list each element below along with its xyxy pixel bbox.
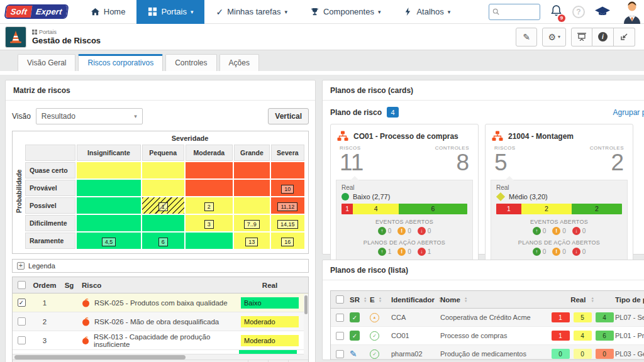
matrix-cell[interactable]: [142, 162, 184, 178]
matrix-cell[interactable]: [234, 197, 270, 214]
col-header-real[interactable]: Real▲▼: [550, 296, 615, 304]
row-checkbox[interactable]: [336, 350, 344, 358]
row-checkbox[interactable]: [336, 314, 344, 322]
table-row[interactable]: 2 RSK-026 - Mão de obra desqualificada M…: [13, 312, 308, 331]
table-row[interactable]: ✎ pharma02 Produção de medicamentos 0 0 …: [331, 345, 644, 359]
nav-home[interactable]: Home: [79, 0, 137, 24]
tab-riscos-corporativos[interactable]: Riscos corporativos: [78, 54, 163, 71]
vertical-button[interactable]: Vertical: [268, 108, 309, 124]
matrix-cell[interactable]: [186, 233, 233, 249]
tab-controles[interactable]: Controles: [165, 54, 216, 71]
cell-nome[interactable]: Produção de medicamentos: [440, 350, 550, 358]
matrix-cell-badge[interactable]: 4,5: [102, 238, 116, 246]
select-all-checkbox[interactable]: [336, 295, 344, 304]
matrix-cell-badge[interactable]: 10: [281, 185, 294, 194]
view-select[interactable]: Resultado ▾: [36, 108, 143, 124]
risk-name[interactable]: RSK-025 - Produtos com baixa qualidade: [94, 299, 228, 307]
row-checkbox[interactable]: [336, 332, 344, 340]
row-checkbox[interactable]: ✓: [18, 299, 26, 307]
breadcrumb[interactable]: Portais: [32, 29, 101, 35]
matrix-cell[interactable]: [142, 180, 184, 196]
notifications-button[interactable]: 9: [550, 4, 562, 19]
presentation-button[interactable]: [571, 28, 592, 47]
matrix-cell[interactable]: 4,5: [77, 233, 141, 249]
matrix-cell-badge[interactable]: 11,12: [277, 202, 297, 211]
matrix-cell-badge[interactable]: 2: [204, 202, 214, 211]
legend-toggle[interactable]: + Legenda: [12, 259, 309, 273]
matrix-cell[interactable]: 7..9: [234, 215, 270, 231]
help-button[interactable]: ?: [572, 6, 585, 18]
cell-identificador[interactable]: CO01: [391, 332, 440, 339]
matrix-cell-badge[interactable]: 1: [158, 202, 168, 211]
matrix-cell[interactable]: [77, 180, 141, 196]
col-header-real[interactable]: Real: [236, 282, 303, 289]
risk-plan-card[interactable]: CO01 - Processo de compras RISCOS11 CONT…: [330, 124, 479, 266]
edit-portal-button[interactable]: ✎: [516, 28, 537, 47]
expand-plus-icon[interactable]: +: [17, 262, 25, 270]
table-row[interactable]: ✓ CCA Cooperativa de Crédito Acme 1 5 4 …: [331, 309, 644, 327]
col-header-sg[interactable]: Sg: [59, 282, 79, 289]
risk-name[interactable]: RSK-013 - Capacidade de produção insufic…: [94, 333, 236, 348]
matrix-cell-badge[interactable]: 6: [158, 238, 168, 246]
matrix-cell-badge[interactable]: 14,15: [277, 220, 298, 229]
table-row[interactable]: ✓ 1 RSK-025 - Produtos com baixa qualida…: [13, 293, 308, 312]
matrix-cell[interactable]: 3: [186, 215, 233, 231]
table-row[interactable]: ✓ CO01 Processo de compras 1 4 6 PL01 - …: [331, 327, 644, 345]
scrollbar-thumb[interactable]: [14, 355, 186, 359]
horizontal-scrollbar[interactable]: [331, 359, 644, 360]
scrollbar-thumb[interactable]: [304, 295, 308, 314]
matrix-cell[interactable]: 14,15: [271, 215, 304, 231]
col-header-tipo[interactable]: Tipo de plan: [615, 296, 644, 304]
matrix-cell[interactable]: 6: [142, 233, 184, 249]
user-avatar[interactable]: [620, 0, 644, 24]
softexpert-logo[interactable]: Soft Expert: [4, 4, 69, 19]
cell-identificador[interactable]: pharma02: [391, 350, 440, 358]
risk-plan-card[interactable]: 21004 - Montagem RISCOS5 CONTROLES2 Real…: [485, 124, 633, 266]
cell-nome[interactable]: Processo de compras: [440, 332, 550, 339]
global-search[interactable]: [489, 4, 540, 20]
col-header-identificador[interactable]: Identificador▲▼: [391, 296, 440, 304]
matrix-cell[interactable]: 11,12: [271, 197, 304, 214]
nav-minhas-tarefas[interactable]: ✓ Minhas tarefas ▾: [204, 0, 299, 24]
col-header-nome[interactable]: Nome▲▼: [440, 296, 550, 304]
matrix-cell[interactable]: [77, 197, 141, 214]
nav-portais[interactable]: Portais ▾: [136, 0, 204, 24]
training-cap-icon[interactable]: [595, 6, 610, 17]
info-button[interactable]: i: [592, 28, 614, 47]
table-row[interactable]: 3 RSK-013 - Capacidade de produção insuf…: [13, 331, 308, 350]
matrix-cell-badge[interactable]: 16: [281, 238, 294, 246]
select-all-checkbox[interactable]: [18, 281, 26, 289]
row-checkbox[interactable]: [18, 336, 26, 344]
matrix-cell-badge[interactable]: 7..9: [244, 220, 260, 229]
collapse-button[interactable]: [614, 28, 635, 47]
vertical-scrollbar[interactable]: [304, 294, 308, 354]
matrix-cell-badge[interactable]: 3: [204, 220, 214, 229]
matrix-cell[interactable]: [186, 180, 233, 196]
matrix-cell[interactable]: [186, 162, 233, 178]
matrix-cell[interactable]: 2: [186, 197, 233, 214]
col-header-e[interactable]: E▲▼: [370, 296, 391, 304]
matrix-cell[interactable]: [77, 215, 141, 231]
matrix-cell[interactable]: 16: [271, 233, 304, 249]
matrix-cell-hatched[interactable]: 1: [142, 197, 184, 214]
tab-acoes[interactable]: Ações: [219, 54, 259, 71]
matrix-cell[interactable]: [234, 180, 270, 196]
group-by-dropdown[interactable]: Agrupar por ▾: [613, 108, 644, 117]
col-header-ordem[interactable]: Ordem: [30, 282, 59, 289]
settings-button[interactable]: ⚙▾: [542, 28, 566, 47]
matrix-cell[interactable]: [271, 162, 304, 178]
tab-visao-geral[interactable]: Visão Geral: [18, 54, 75, 71]
col-header-risco[interactable]: Risco: [79, 282, 236, 289]
cell-nome[interactable]: Cooperativa de Crédito Acme: [440, 314, 550, 321]
matrix-cell[interactable]: [77, 162, 141, 178]
cell-identificador[interactable]: CCA: [391, 314, 440, 321]
row-checkbox[interactable]: [18, 317, 26, 326]
nav-atalhos[interactable]: Atalhos ▾: [392, 0, 462, 24]
risk-name[interactable]: RSK-026 - Mão de obra desqualificada: [94, 318, 219, 326]
matrix-cell[interactable]: 10: [271, 180, 304, 196]
matrix-cell[interactable]: [142, 215, 184, 231]
matrix-cell[interactable]: 13: [234, 233, 270, 249]
search-input[interactable]: [502, 8, 536, 16]
matrix-cell[interactable]: [234, 162, 270, 178]
horizontal-scrollbar[interactable]: [13, 354, 308, 359]
